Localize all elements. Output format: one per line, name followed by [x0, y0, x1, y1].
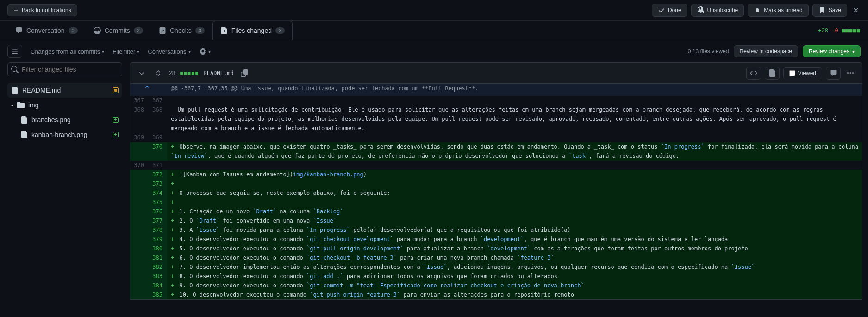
review-changes-button[interactable]: Review changes ▾: [803, 45, 861, 57]
filter-files-input[interactable]: [7, 62, 122, 76]
tab-checks-label: Checks: [170, 27, 192, 34]
dir-name-label: img: [28, 101, 39, 109]
add-marker: +: [171, 190, 179, 196]
collapse-file-icon[interactable]: [136, 67, 148, 79]
diff-line[interactable]: 376+ 1. Criação de um novo `Draft` na co…: [130, 207, 862, 216]
changes-from-dropdown[interactable]: Changes from all commits ▾: [31, 48, 104, 55]
old-line-number: 368: [130, 105, 149, 133]
diff-line[interactable]: 384+ 9. O desenvolvedor executou o coman…: [130, 281, 862, 290]
diff-line[interactable]: 369369: [130, 133, 862, 142]
svg-point-0: [756, 8, 759, 12]
kebab-icon[interactable]: [844, 67, 856, 79]
save-button[interactable]: Save: [812, 4, 847, 17]
expand-hunk-icon[interactable]: [130, 84, 167, 96]
file-tree-dir-img[interactable]: ▾ img: [7, 98, 122, 112]
new-line-number: 374: [149, 188, 167, 198]
new-line-number: 375: [149, 198, 167, 207]
diff-line[interactable]: 367367: [130, 96, 862, 105]
file-path-label: README.md: [204, 70, 234, 76]
diff-blocks: ■■■■■: [842, 27, 861, 34]
add-marker: +: [171, 171, 179, 178]
tab-conversation-count: 0: [69, 27, 78, 34]
line-content: [167, 161, 862, 170]
caret-down-icon: ▾: [137, 49, 139, 54]
old-line-number: [130, 253, 149, 262]
file-tree-item-kanban[interactable]: kanban-branch.png: [17, 127, 122, 142]
expand-all-icon[interactable]: [152, 67, 164, 79]
conversations-dropdown[interactable]: Conversations ▾: [148, 48, 190, 55]
diff-line[interactable]: 379+ 4. O desenvolvedor executou o coman…: [130, 235, 862, 244]
file-tree-sidebar: README.md ▾ img branches.png: [0, 62, 130, 300]
rendered-view-icon[interactable]: [765, 67, 780, 80]
tab-commits[interactable]: Commits 2: [86, 21, 151, 40]
old-line-number: [130, 225, 149, 235]
save-label: Save: [829, 7, 841, 13]
line-content: + 3. A `Issue` foi movida para a coluna …: [167, 225, 862, 235]
add-marker: +: [171, 218, 179, 224]
old-line-number: [130, 244, 149, 253]
hunk-header-row: @@ -367,7 +367,35 @@ Uma issue, quando f…: [130, 84, 862, 96]
copy-icon[interactable]: [238, 67, 250, 79]
source-view-icon[interactable]: [746, 67, 761, 80]
line-content: + 9. O desenvolvedor executou o comando …: [167, 281, 862, 290]
unsubscribe-button[interactable]: Unsubscribe: [691, 4, 744, 17]
diff-line[interactable]: 370371: [130, 161, 862, 170]
file-tree: README.md ▾ img branches.png: [7, 83, 122, 142]
viewed-checkbox[interactable]: Viewed: [783, 67, 822, 79]
caret-down-icon: ▾: [102, 49, 104, 54]
line-content: + 7. O desenvolvedor implementou então a…: [167, 262, 862, 272]
tab-checks[interactable]: Checks 0: [151, 21, 212, 40]
mark-unread-button[interactable]: Mark as unread: [748, 4, 808, 17]
new-line-number: 379: [149, 235, 167, 244]
diff-line[interactable]: 374+ O processo que seguiu-se, neste exe…: [130, 188, 862, 198]
tab-commits-label: Commits: [105, 27, 130, 34]
new-line-number: 384: [149, 281, 167, 290]
diff-line[interactable]: 373+: [130, 179, 862, 188]
new-line-number: 383: [149, 272, 167, 281]
chevron-down-icon: ▾: [11, 103, 13, 108]
line-content: + 5. O desenvolvedor executou o comando …: [167, 244, 862, 253]
diff-line[interactable]: 378+ 3. A `Issue` foi movida para a colu…: [130, 225, 862, 235]
added-icon: [113, 132, 119, 137]
old-line-number: [130, 188, 149, 198]
review-codespace-button[interactable]: Review in codespace: [734, 45, 798, 57]
diff-line[interactable]: 370+ Observe, na imagem abaixo, que exis…: [130, 142, 862, 161]
old-line-number: [130, 198, 149, 207]
viewed-checkbox-input[interactable]: [789, 70, 795, 76]
diff-line[interactable]: 383+ 8. O desenvolvedor executou o coman…: [130, 272, 862, 281]
file-change-count: 28: [169, 70, 175, 76]
tab-files-changed[interactable]: Files changed 3: [212, 21, 293, 40]
settings-dropdown[interactable]: ▾: [199, 48, 211, 55]
diff-line[interactable]: 377+ 2. O `Draft` foi convertido em uma …: [130, 216, 862, 225]
diff-line[interactable]: 368368 Um pull request é uma solicitação…: [130, 105, 862, 133]
close-icon[interactable]: ✕: [851, 4, 861, 17]
diff-line[interactable]: 385+ 10. O desenvolvedor executou o coma…: [130, 290, 862, 299]
file-tree-item-readme[interactable]: README.md: [7, 83, 122, 98]
new-line-number: 376: [149, 207, 167, 216]
viewed-label: Viewed: [798, 70, 816, 76]
line-content: + 4. O desenvolvedor executou o comando …: [167, 235, 862, 244]
new-line-number: 385: [149, 290, 167, 299]
line-content: + 8. O desenvolvedor executou o comando …: [167, 272, 862, 281]
back-button[interactable]: ← Back to notifications: [7, 4, 77, 16]
add-marker: +: [171, 245, 179, 252]
comment-file-icon[interactable]: [826, 67, 841, 80]
tab-conversation[interactable]: Conversation 0: [7, 21, 86, 40]
file-filter-dropdown[interactable]: File filter ▾: [112, 48, 139, 55]
diff-line[interactable]: 375+: [130, 198, 862, 207]
sidebar-toggle-icon[interactable]: [7, 45, 22, 58]
line-content: Um pull request é uma solicitação de con…: [167, 105, 862, 133]
old-line-number: [130, 207, 149, 216]
done-button[interactable]: Done: [652, 4, 687, 17]
file-icon: [11, 87, 19, 94]
file-tree-item-branches[interactable]: branches.png: [17, 112, 122, 127]
line-content: [167, 96, 862, 105]
diff-line[interactable]: 381+ 6. O desenvolvedor executou o coman…: [130, 253, 862, 262]
new-line-number: 378: [149, 225, 167, 235]
diff-line[interactable]: 382+ 7. O desenvolvedor implementou entã…: [130, 262, 862, 272]
diff-line[interactable]: 372+ ![Kanban com Issues em andamento](i…: [130, 170, 862, 179]
add-marker: +: [171, 199, 179, 205]
done-label: Done: [668, 7, 681, 13]
diff-line[interactable]: 380+ 5. O desenvolvedor executou o coman…: [130, 244, 862, 253]
additions-count: +28: [818, 27, 828, 34]
